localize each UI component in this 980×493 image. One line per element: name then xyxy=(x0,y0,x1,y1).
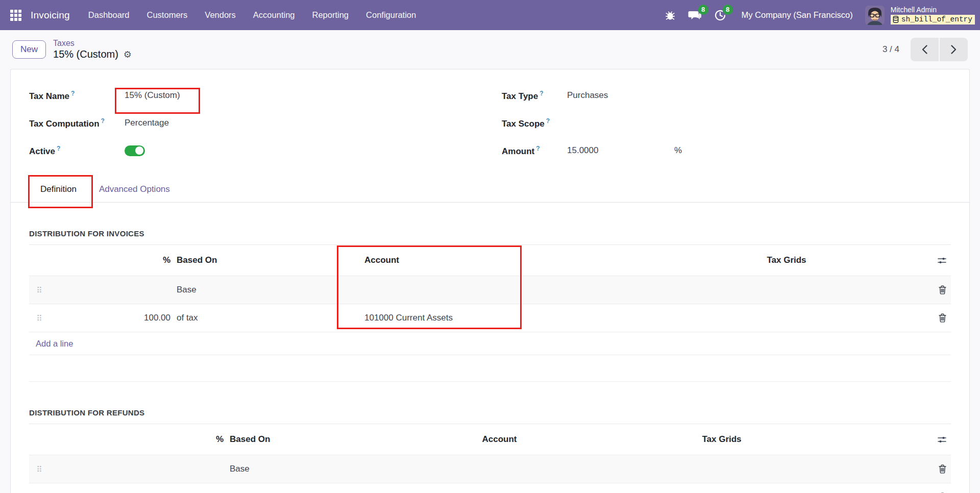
breadcrumb-current-record: 15% (Custom) xyxy=(53,48,118,60)
form-sheet: Tax Name? 15% (Custom) Tax Computation? … xyxy=(10,69,970,493)
active-toggle[interactable] xyxy=(125,145,145,156)
control-panel: New Taxes 15% (Custom) ⚙ 3 / 4 xyxy=(0,30,980,69)
database-name: sh_bill_of_entry xyxy=(901,15,972,23)
invoices-table-header: % Based On Account Tax Grids xyxy=(29,245,951,276)
activities-badge: 8 xyxy=(723,5,733,15)
tax-type-field[interactable]: Purchases xyxy=(567,90,608,101)
header-based-on: Based On xyxy=(224,434,394,445)
app-name[interactable]: Invoicing xyxy=(31,10,70,21)
menu-accounting[interactable]: Accounting xyxy=(253,10,295,20)
notebook-tabs: Definition Advanced Options xyxy=(11,176,969,203)
database-icon xyxy=(893,16,899,23)
tab-definition[interactable]: Definition xyxy=(29,176,88,203)
row-based-on-cell[interactable]: of tax xyxy=(170,313,336,323)
active-label: Active? xyxy=(29,145,125,157)
header-account: Account xyxy=(336,255,639,265)
header-tax-grids: Tax Grids xyxy=(639,255,935,265)
company-switcher[interactable]: My Company (San Francisco) xyxy=(742,10,853,20)
empty-row xyxy=(29,355,951,382)
tax-type-label: Tax Type? xyxy=(502,90,567,102)
messages-icon[interactable]: 8 xyxy=(688,9,702,21)
database-pill: sh_bill_of_entry xyxy=(891,15,975,24)
help-icon: ? xyxy=(536,145,540,152)
pager-previous-button[interactable] xyxy=(911,38,939,61)
chevron-left-icon xyxy=(921,44,928,55)
activities-clock-icon[interactable]: 8 xyxy=(714,9,726,21)
table-row: ⠿ 100.00 of tax xyxy=(29,483,951,493)
help-icon: ? xyxy=(540,90,543,97)
drag-handle-icon[interactable]: ⠿ xyxy=(29,465,50,473)
table-row: ⠿ 100.00 of tax 101000 Current Assets xyxy=(29,304,951,332)
table-row: ⠿ Base xyxy=(29,455,951,483)
help-icon: ? xyxy=(546,117,550,125)
invoices-distribution-section: DISTRIBUTION FOR INVOICES % Based On Acc… xyxy=(11,229,969,382)
avatar[interactable] xyxy=(865,6,885,25)
help-icon: ? xyxy=(57,145,60,152)
amount-suffix: % xyxy=(674,145,682,156)
record-pager: 3 / 4 xyxy=(883,38,968,61)
refunds-distribution-title: DISTRIBUTION FOR REFUNDS xyxy=(29,408,951,424)
tax-computation-field[interactable]: Percentage xyxy=(125,118,169,128)
chevron-right-icon xyxy=(950,44,957,55)
breadcrumb-taxes-link[interactable]: Taxes xyxy=(53,39,132,48)
delete-row-trash-icon[interactable] xyxy=(939,285,946,294)
user-menu[interactable]: Mitchell Admin sh_bill_of_entry xyxy=(891,6,975,24)
new-button[interactable]: New xyxy=(12,40,46,59)
tax-name-field[interactable]: 15% (Custom) xyxy=(125,90,180,101)
header-percent: % xyxy=(50,434,224,445)
menu-vendors[interactable]: Vendors xyxy=(205,10,236,20)
help-icon: ? xyxy=(71,90,75,97)
top-navbar: Invoicing Dashboard Customers Vendors Ac… xyxy=(0,0,980,30)
apps-grid-icon[interactable] xyxy=(8,8,23,23)
menu-customers[interactable]: Customers xyxy=(147,10,188,20)
delete-row-trash-icon[interactable] xyxy=(939,464,946,474)
delete-row-trash-icon[interactable] xyxy=(939,313,946,323)
drag-handle-icon[interactable]: ⠿ xyxy=(29,286,50,294)
add-line-row: Add a line xyxy=(29,332,951,355)
pager-value[interactable]: 3 / 4 xyxy=(883,44,899,55)
header-percent: % xyxy=(50,255,170,265)
menu-dashboard[interactable]: Dashboard xyxy=(88,10,130,20)
invoices-distribution-title: DISTRIBUTION FOR INVOICES xyxy=(29,229,951,245)
main-menu: Dashboard Customers Vendors Accounting R… xyxy=(88,10,416,20)
header-account: Account xyxy=(394,434,605,445)
messages-badge: 8 xyxy=(698,5,708,15)
menu-configuration[interactable]: Configuration xyxy=(366,10,416,20)
amount-field[interactable]: 15.0000 xyxy=(567,145,674,156)
help-icon: ? xyxy=(101,117,105,125)
tax-scope-label: Tax Scope? xyxy=(502,117,567,129)
optional-columns-icon[interactable] xyxy=(938,435,946,444)
menu-reporting[interactable]: Reporting xyxy=(312,10,349,20)
add-a-line-link[interactable]: Add a line xyxy=(29,339,73,349)
tab-advanced-options[interactable]: Advanced Options xyxy=(88,176,181,203)
row-based-on-cell[interactable]: Base xyxy=(170,285,336,295)
header-tax-grids: Tax Grids xyxy=(605,434,838,445)
row-based-on-cell[interactable]: Base xyxy=(224,464,394,474)
tax-computation-label: Tax Computation? xyxy=(29,117,125,129)
user-name: Mitchell Admin xyxy=(891,6,937,14)
tax-name-label: Tax Name? xyxy=(29,90,125,102)
debug-bug-icon[interactable] xyxy=(665,10,676,21)
breadcrumb: Taxes 15% (Custom) ⚙ xyxy=(53,39,132,60)
gear-icon[interactable]: ⚙ xyxy=(124,49,132,60)
table-row: ⠿ Base xyxy=(29,276,951,304)
amount-label: Amount? xyxy=(502,145,567,157)
refunds-table-header: % Based On Account Tax Grids xyxy=(29,424,951,455)
row-percent-cell[interactable]: 100.00 xyxy=(50,313,170,323)
pager-next-button[interactable] xyxy=(940,38,968,61)
optional-columns-icon[interactable] xyxy=(938,256,946,265)
refunds-distribution-section: DISTRIBUTION FOR REFUNDS % Based On Acco… xyxy=(11,408,969,493)
row-account-cell[interactable]: 101000 Current Assets xyxy=(336,313,639,323)
header-based-on: Based On xyxy=(170,255,336,265)
drag-handle-icon[interactable]: ⠿ xyxy=(29,314,50,322)
